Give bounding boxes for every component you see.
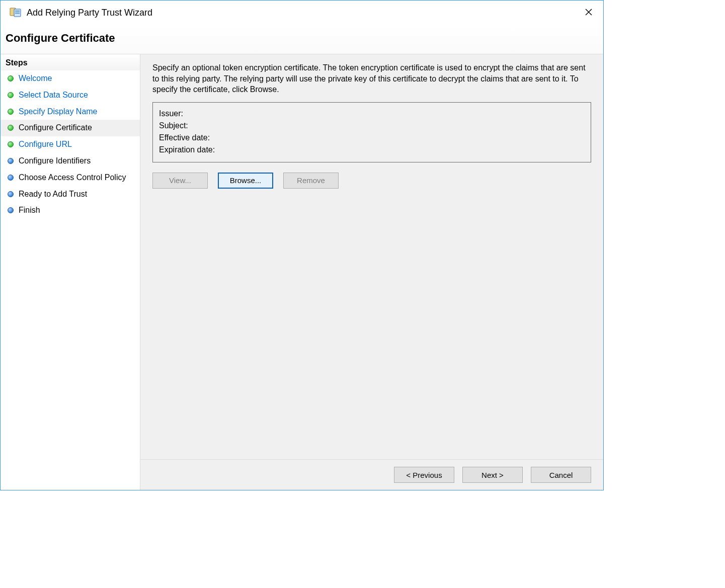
wizard-footer: < Previous Next > Cancel — [140, 459, 603, 490]
step-ready-to-add-trust[interactable]: Ready to Add Trust — [1, 186, 140, 203]
title-bar: Add Relying Party Trust Wizard — [1, 1, 603, 25]
heading-area: Configure Certificate — [1, 25, 603, 54]
step-label: Ready to Add Trust — [19, 189, 87, 200]
step-label: Select Data Source — [19, 90, 88, 101]
step-label: Finish — [19, 205, 40, 216]
step-bullet-icon — [8, 109, 14, 115]
page-title: Configure Certificate — [6, 32, 598, 45]
view-button: View... — [152, 173, 208, 189]
cert-expiration-label: Expiration date: — [159, 145, 215, 154]
step-welcome[interactable]: Welcome — [1, 70, 140, 87]
close-icon[interactable] — [581, 8, 596, 18]
step-specify-display-name[interactable]: Specify Display Name — [1, 104, 140, 120]
step-finish[interactable]: Finish — [1, 202, 140, 219]
step-label: Specify Display Name — [19, 107, 98, 117]
step-label: Configure Identifiers — [19, 156, 91, 166]
remove-button: Remove — [283, 173, 339, 189]
step-bullet-icon — [8, 175, 14, 181]
step-label: Welcome — [19, 73, 52, 84]
steps-header: Steps — [1, 54, 140, 70]
window-title: Add Relying Party Trust Wizard — [27, 8, 152, 18]
cert-issuer-label: Issuer: — [159, 109, 183, 118]
step-configure-url[interactable]: Configure URL — [1, 136, 140, 153]
certificate-details-box: Issuer: Subject: Effective date: Expirat… — [152, 102, 591, 162]
browse-button[interactable]: Browse... — [218, 173, 273, 189]
main-content: Specify an optional token encryption cer… — [140, 54, 603, 490]
step-bullet-icon — [8, 191, 14, 197]
step-bullet-icon — [8, 141, 14, 147]
step-bullet-icon — [8, 207, 14, 213]
step-bullet-icon — [8, 75, 14, 81]
cert-effective-label: Effective date: — [159, 133, 210, 142]
wizard-window: Add Relying Party Trust Wizard Configure… — [0, 0, 604, 490]
wizard-icon — [10, 7, 22, 19]
description-text: Specify an optional token encryption cer… — [152, 62, 591, 95]
step-configure-certificate[interactable]: Configure Certificate — [1, 120, 140, 136]
step-bullet-icon — [8, 92, 14, 98]
cert-issuer-row: Issuer: — [159, 108, 585, 120]
step-bullet-icon — [8, 125, 14, 131]
cert-expiration-row: Expiration date: — [159, 144, 585, 156]
previous-button[interactable]: < Previous — [394, 467, 454, 483]
step-label: Configure Certificate — [19, 123, 92, 133]
content-spacer — [152, 189, 591, 459]
step-label: Choose Access Control Policy — [19, 173, 126, 183]
step-label: Configure URL — [19, 139, 72, 150]
svg-rect-2 — [15, 11, 20, 12]
step-choose-access-control-policy[interactable]: Choose Access Control Policy — [1, 170, 140, 186]
step-configure-identifiers[interactable]: Configure Identifiers — [1, 153, 140, 170]
steps-sidebar: Steps Welcome Select Data Source Specify… — [1, 54, 140, 490]
title-bar-left: Add Relying Party Trust Wizard — [10, 7, 152, 19]
next-button[interactable]: Next > — [462, 467, 523, 483]
cancel-button[interactable]: Cancel — [531, 467, 591, 483]
cert-effective-row: Effective date: — [159, 132, 585, 144]
svg-rect-3 — [15, 13, 20, 14]
step-select-data-source[interactable]: Select Data Source — [1, 87, 140, 104]
wizard-body: Steps Welcome Select Data Source Specify… — [1, 54, 603, 490]
step-bullet-icon — [8, 158, 14, 164]
cert-subject-row: Subject: — [159, 120, 585, 132]
cert-subject-label: Subject: — [159, 121, 188, 130]
certificate-button-row: View... Browse... Remove — [152, 173, 591, 189]
